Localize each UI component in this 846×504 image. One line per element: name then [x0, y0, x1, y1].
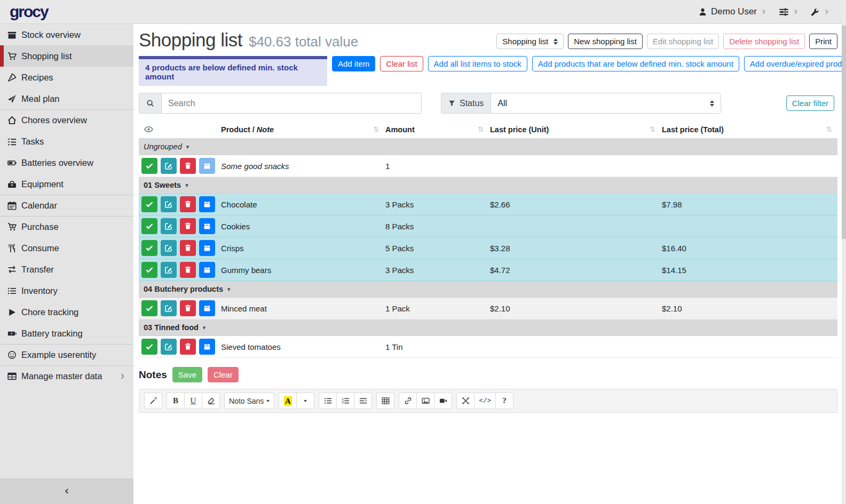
add-item-button[interactable]: Add item [332, 56, 375, 71]
new-shopping-list-button[interactable]: New shopping list [568, 34, 643, 49]
admin-menu[interactable] [811, 7, 830, 17]
status-select[interactable]: All [491, 93, 721, 114]
sidebar-item-shopping-list[interactable]: Shopping list [0, 45, 133, 67]
user-menu[interactable]: Demo User [698, 6, 767, 17]
sidebar-item-manage-master-data[interactable]: Manage master data [0, 365, 133, 387]
sidebar-item-transfer[interactable]: Transfer [0, 259, 133, 280]
clear-filter-button[interactable]: Clear filter [786, 95, 834, 111]
unordered-list-button[interactable] [319, 393, 337, 409]
edit-item-button[interactable] [161, 240, 177, 256]
print-button[interactable]: Print [809, 34, 837, 49]
codeview-button[interactable]: </> [474, 393, 496, 409]
mark-done-button[interactable] [141, 262, 157, 278]
sidebar-item-chores-overview[interactable]: Chores overview [0, 109, 133, 131]
delete-item-button[interactable] [180, 196, 196, 212]
delete-item-button[interactable] [180, 339, 196, 355]
edit-item-button[interactable] [161, 300, 177, 316]
group-header-ungrouped[interactable]: Ungrouped▾ [139, 139, 837, 155]
help-button[interactable]: ? [495, 393, 513, 409]
group-header-04-butchery-products[interactable]: 04 Butchery products▾ [139, 281, 837, 298]
toolbar-button-group: Noto Sans [224, 393, 274, 409]
edit-shopping-list-button[interactable]: Edit shopping list [647, 34, 719, 49]
shopping-list-select[interactable]: Shopping list [496, 34, 564, 49]
total-price-column-header[interactable]: Last price (Total) ⇅ [661, 121, 837, 138]
sidebar-item-tasks[interactable]: Tasks [0, 131, 133, 152]
edit-item-button[interactable] [161, 196, 177, 212]
sidebar-item-stock-overview[interactable]: Stock overview [0, 24, 133, 45]
add-to-stock-button[interactable] [199, 300, 215, 316]
sort-icon[interactable]: ⇅ [478, 125, 484, 133]
mark-done-button[interactable] [141, 218, 157, 234]
amount-column-header[interactable]: Amount ⇅ [384, 121, 489, 138]
sidebar-item-battery-tracking[interactable]: Battery tracking [0, 323, 133, 344]
mark-done-button[interactable] [141, 339, 157, 355]
sort-icon[interactable]: ⇅ [373, 125, 379, 133]
notes-save-button[interactable]: Save [172, 367, 202, 382]
insert-link-button[interactable] [399, 393, 417, 409]
unit-price-column-header[interactable]: Last price (Unit) ⇅ [489, 121, 661, 138]
notes-clear-button[interactable]: Clear [208, 367, 239, 382]
paragraph-align-button[interactable] [354, 393, 372, 409]
sidebar-item-calendar[interactable]: Calendar [0, 195, 133, 216]
edit-item-button[interactable] [161, 262, 177, 278]
sort-icon[interactable]: ⇅ [650, 125, 655, 133]
group-header-03-tinned-food[interactable]: 03 Tinned food▾ [139, 319, 837, 336]
clear-list-button[interactable]: Clear list [380, 56, 423, 71]
mark-done-button[interactable] [141, 300, 157, 316]
add-to-stock-button[interactable] [199, 196, 215, 212]
underline-button[interactable]: U [184, 393, 202, 409]
sidebar-item-equipment[interactable]: Equipment [0, 173, 133, 195]
insert-table-button[interactable] [376, 393, 394, 409]
delete-shopping-list-button[interactable]: Delete shopping list [723, 34, 805, 49]
sidebar-item-example-userentity[interactable]: Example userentity [0, 344, 133, 365]
sidebar-collapse-button[interactable] [0, 478, 133, 504]
edit-item-button[interactable] [161, 218, 177, 234]
mark-done-button[interactable] [141, 158, 157, 174]
add-to-stock-button[interactable] [199, 240, 215, 256]
search-input[interactable] [161, 93, 422, 114]
magic-style-button[interactable] [144, 393, 162, 409]
add-to-stock-button[interactable] [199, 339, 215, 355]
sidebar-item-batteries-overview[interactable]: Batteries overview [0, 152, 133, 173]
ordered-list-button[interactable]: 123 [336, 393, 354, 409]
scrollbar-thumb[interactable] [842, 26, 846, 239]
mark-done-button[interactable] [141, 240, 157, 256]
delete-item-button[interactable] [180, 240, 196, 256]
delete-item-button[interactable] [180, 158, 196, 174]
settings-menu[interactable] [779, 7, 799, 17]
add-all-to-stock-button[interactable]: Add all list items to stock [428, 56, 527, 71]
notes-editor[interactable] [139, 413, 837, 504]
bold-button[interactable]: B [167, 393, 185, 409]
visibility-column-header[interactable] [139, 121, 220, 138]
sidebar-item-inventory[interactable]: Inventory [0, 280, 133, 301]
mark-done-button[interactable] [141, 196, 157, 212]
sidebar-item-consume[interactable]: Consume [0, 237, 133, 259]
add-overdue-button[interactable]: Add overdue/expired products [744, 56, 846, 71]
font-name-select[interactable]: Noto Sans [224, 393, 274, 409]
fullscreen-button[interactable] [456, 393, 475, 409]
delete-item-button[interactable] [180, 300, 196, 316]
add-to-stock-button[interactable] [199, 218, 215, 234]
grocy-logo[interactable]: grocy [10, 3, 48, 21]
eraser-button[interactable] [202, 393, 220, 409]
edit-item-button[interactable] [161, 158, 177, 174]
sidebar-item-purchase[interactable]: Purchase [0, 216, 133, 237]
add-to-stock-button[interactable] [199, 158, 215, 174]
delete-item-button[interactable] [180, 218, 196, 234]
caret-down-icon: ▾ [185, 182, 188, 189]
page-scrollbar[interactable] [842, 0, 846, 504]
group-header-01-sweets[interactable]: 01 Sweets▾ [139, 177, 837, 194]
product-column-header[interactable]: Product / Note ⇅ [220, 121, 384, 138]
insert-picture-button[interactable] [416, 393, 434, 409]
sort-icon[interactable]: ⇅ [826, 125, 832, 133]
edit-item-button[interactable] [161, 339, 177, 355]
text-color-button[interactable]: A [279, 393, 297, 409]
sidebar-item-recipes[interactable]: Recipes [0, 67, 133, 88]
color-picker-caret-button[interactable] [296, 393, 314, 409]
sidebar-item-chore-tracking[interactable]: Chore tracking [0, 301, 133, 323]
add-to-stock-button[interactable] [199, 262, 215, 278]
delete-item-button[interactable] [180, 262, 196, 278]
add-below-min-stock-button[interactable]: Add products that are below defined min.… [532, 56, 739, 71]
insert-video-button[interactable] [434, 393, 452, 409]
sidebar-item-meal-plan[interactable]: Meal plan [0, 88, 133, 109]
